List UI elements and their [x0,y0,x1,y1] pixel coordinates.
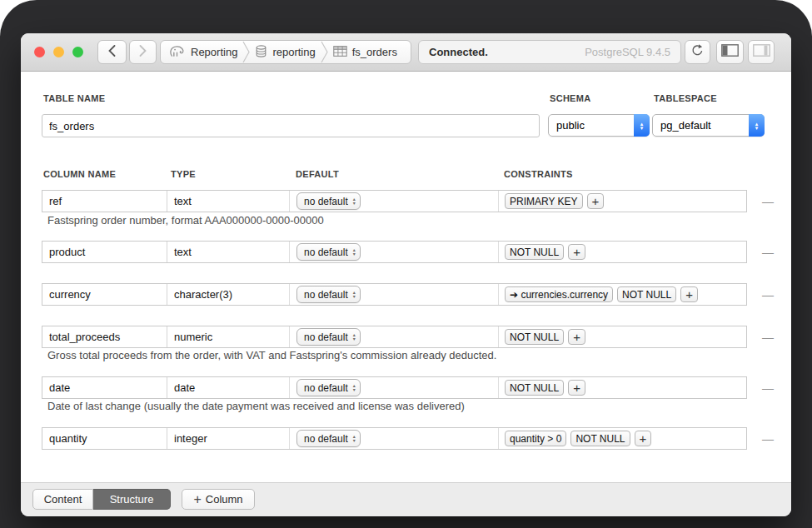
table-icon [333,46,347,59]
forward-button[interactable] [129,40,157,64]
breadcrumb-label: reporting [272,46,315,58]
breadcrumb: Reporting reporting [160,40,411,64]
constraints-cell: NOT NULL + [498,377,746,398]
header-default: DEFAULT [296,169,339,179]
breadcrumb-separator-icon [321,41,328,63]
remove-column-button[interactable]: — [760,329,775,346]
add-constraint-button[interactable]: + [568,244,585,260]
popup-stepper-icon: ▴▾ [634,114,650,137]
breadcrumb-item-table[interactable]: fs_orders [333,46,397,59]
remove-column-button[interactable]: — [760,380,775,396]
table-row: date date no default ▴▾ NOT NULL + [42,376,747,399]
constraints-cell: NOT NULL + [498,326,746,347]
minimize-window-button[interactable] [53,47,64,57]
foreign-key-badge[interactable]: ➔ currencies.currency [505,286,613,302]
default-select[interactable]: no default ▴▾ [296,328,361,346]
constraint-badge[interactable]: NOT NULL [505,380,564,396]
table-name-input[interactable] [42,114,540,137]
column-type-cell[interactable]: text [167,191,290,212]
default-select[interactable]: no default ▴▾ [296,192,361,210]
column-type-cell[interactable]: text [167,242,290,262]
default-cell: no default ▴▾ [290,377,498,398]
constraint-badge[interactable]: NOT NULL [570,431,630,446]
stepper-icon: ▴▾ [353,291,356,299]
schema-value: public [549,115,634,136]
right-sidebar-icon [753,44,770,60]
add-constraint-button[interactable]: + [587,193,605,209]
default-select[interactable]: no default ▴▾ [296,243,361,261]
breadcrumb-separator-icon [242,41,250,63]
view-segmented-control: Content Structure [32,489,171,510]
column-name-cell[interactable]: total_proceeds [42,326,167,347]
breadcrumb-label: Reporting [191,46,237,58]
table-row: quantity integer no default ▴▾ quantity … [42,427,747,450]
constraints-cell: NOT NULL + [498,242,746,262]
postico-window: Reporting reporting [21,33,791,516]
constraints-cell: ➔ currencies.currency NOT NULL + [498,284,746,305]
refresh-button[interactable] [685,40,710,64]
tablespace-select[interactable]: pg_default ▴▾ [652,114,765,137]
column-name-cell[interactable]: currency [42,284,167,305]
connection-status: Connected. PostgreSQL 9.4.5 [418,40,681,64]
toggle-right-sidebar-button[interactable] [748,40,775,64]
back-icon [108,45,116,60]
column-name-cell[interactable]: quantity [42,428,167,449]
column-type-cell[interactable]: date [167,377,290,398]
tab-structure[interactable]: Structure [93,489,171,510]
header-type: TYPE [171,169,196,179]
left-sidebar-icon [721,44,739,60]
default-select[interactable]: no default ▴▾ [296,379,361,396]
column-type-cell[interactable]: numeric [167,326,290,347]
stepper-icon: ▴▾ [353,384,356,392]
remove-column-button[interactable]: — [760,431,775,447]
constraint-badge[interactable]: NOT NULL [505,244,564,260]
breadcrumb-item-database[interactable]: reporting [255,45,315,60]
header-constraints: CONSTRAINTS [504,169,573,179]
constraint-badge[interactable]: NOT NULL [617,286,676,302]
check-constraint-badge[interactable]: quantity > 0 [505,431,566,446]
column-type-cell[interactable]: integer [167,428,290,449]
column-name-cell[interactable]: date [42,377,167,398]
add-column-label: Column [206,493,243,506]
table-row: currency character(3) no default ▴▾ ➔ cu… [42,283,747,306]
tab-content[interactable]: Content [32,489,93,510]
remove-column-button[interactable]: — [760,286,775,303]
default-select[interactable]: no default ▴▾ [296,286,361,303]
add-constraint-button[interactable]: + [680,286,698,302]
back-button[interactable] [97,40,127,64]
add-constraint-button[interactable]: + [568,380,585,396]
constraint-badge[interactable]: PRIMARY KEY [505,193,583,209]
default-cell: no default ▴▾ [290,191,498,212]
add-constraint-button[interactable]: + [568,329,585,345]
column-name-cell[interactable]: ref [42,191,167,212]
tablespace-label: TABLESPACE [654,93,717,103]
table-row: product text no default ▴▾ NOT NULL + [42,241,747,263]
default-cell: no default ▴▾ [290,428,498,449]
column-type-cell[interactable]: character(3) [167,284,290,305]
popup-stepper-icon: ▴▾ [749,114,765,137]
header-column-name: COLUMN NAME [43,169,116,179]
remove-column-button[interactable]: — [760,244,775,261]
close-window-button[interactable] [34,47,45,57]
add-column-button[interactable]: + Column [182,489,255,510]
schema-select[interactable]: public ▴▾ [548,114,650,137]
tablespace-value: pg_default [653,115,749,136]
remove-column-button[interactable]: — [760,193,775,210]
breadcrumb-label: fs_orders [352,46,397,58]
table-name-label: TABLE NAME [43,93,105,103]
stepper-icon: ▴▾ [353,197,356,206]
breadcrumb-item-favorite[interactable]: Reporting [168,44,237,60]
column-name-cell[interactable]: product [42,242,167,262]
default-select[interactable]: no default ▴▾ [296,430,361,447]
database-icon [255,45,267,60]
constraints-cell: quantity > 0 NOT NULL + [498,428,746,449]
table-row: ref text no default ▴▾ PRIMARY KEY + [42,190,747,212]
stepper-icon: ▴▾ [353,333,356,341]
plus-icon: + [193,493,201,506]
column-comment: Fastspring order number, format AAA00000… [47,214,324,227]
toggle-left-sidebar-button[interactable] [716,40,744,64]
add-constraint-button[interactable]: + [635,431,652,446]
constraint-badge[interactable]: NOT NULL [505,329,564,345]
toolbar: Reporting reporting [21,33,791,72]
zoom-window-button[interactable] [72,47,83,57]
